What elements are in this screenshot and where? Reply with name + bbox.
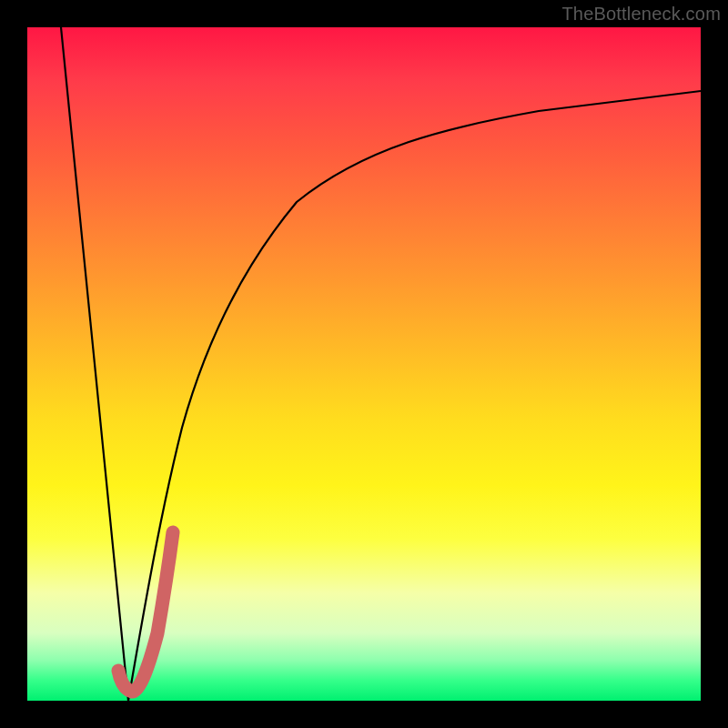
chart-frame: TheBottleneck.com bbox=[0, 0, 728, 728]
rising-curve-path bbox=[128, 91, 701, 701]
descending-line-path bbox=[61, 27, 128, 701]
plot-area bbox=[27, 27, 701, 701]
watermark-text: TheBottleneck.com bbox=[561, 4, 721, 25]
marker-j-path bbox=[118, 532, 173, 692]
chart-svg bbox=[27, 27, 701, 701]
